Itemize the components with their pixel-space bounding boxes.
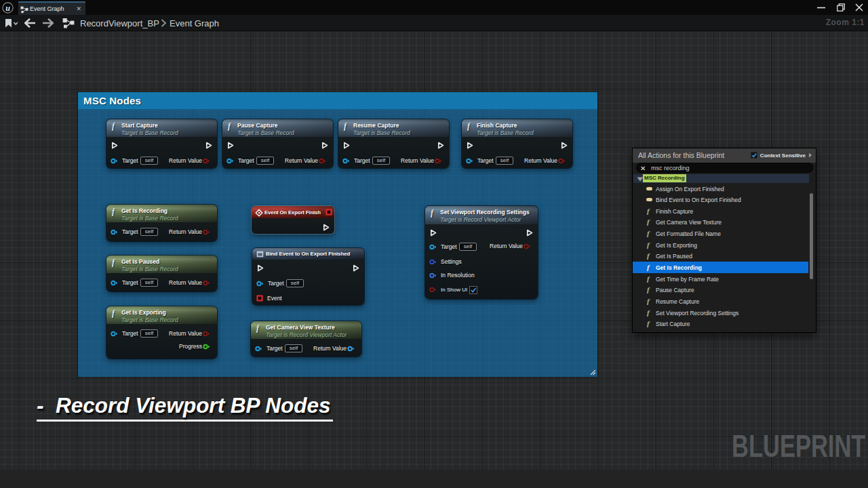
svg-text:u: u: [5, 3, 10, 13]
